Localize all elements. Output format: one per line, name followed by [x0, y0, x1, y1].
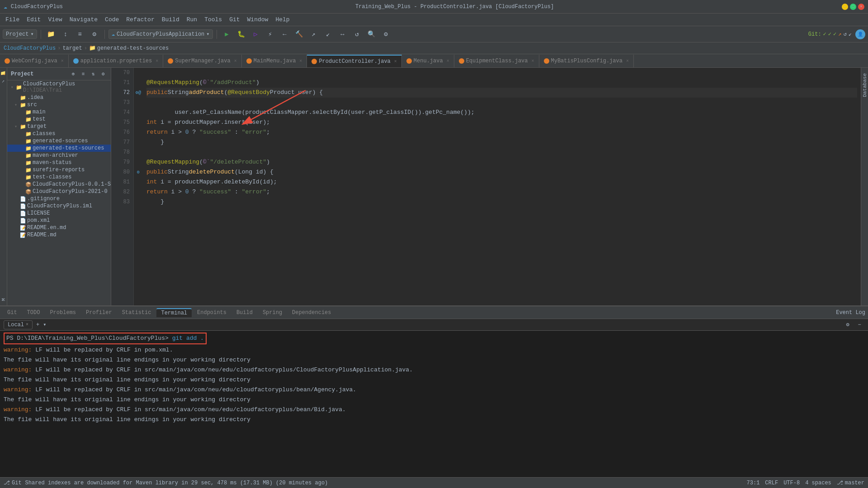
bottom-tab-endpoints[interactable]: Endpoints [193, 309, 231, 317]
charset[interactable]: UTF-8 [783, 480, 800, 486]
tree-item-main[interactable]: 📁main [7, 108, 111, 116]
tab-close-icon[interactable]: × [447, 59, 449, 64]
tab-WebConfig-java[interactable]: WebConfig.java× [0, 55, 69, 67]
close-button[interactable]: × [858, 4, 864, 10]
left-tool-commit[interactable]: ✓ [0, 79, 7, 85]
toolbar-btn-git3[interactable]: ↙ [322, 28, 335, 41]
menu-item-edit[interactable]: Edit [23, 15, 44, 24]
run-config-dropdown[interactable]: ☁ CloudFactoryPlusApplication ▾ [108, 29, 213, 39]
bottom-tab-profiler[interactable]: Profiler [81, 309, 117, 317]
code-line-78[interactable] [146, 147, 857, 157]
toolbar-btn-search[interactable]: 🔍 [365, 28, 378, 41]
tree-item-generated-test-sources[interactable]: 📁generated-test-sources [7, 145, 111, 152]
code-line-82[interactable]: return i > 0 ? "success" : "error"; [146, 187, 857, 197]
menu-item-navigate[interactable]: Navigate [66, 15, 101, 24]
breadcrumb-root[interactable]: CloudFactoryPlus [4, 45, 56, 52]
tree-item-classes[interactable]: 📁classes [7, 130, 111, 137]
minimize-button[interactable]: − [842, 4, 848, 10]
toolbar-btn-collapse[interactable]: ≡ [74, 28, 86, 41]
event-log-btn[interactable]: Event Log [836, 310, 865, 316]
toolbar-btn-settings[interactable]: ⚙ [88, 28, 101, 41]
tab-close-icon[interactable]: × [61, 59, 64, 64]
code-line-81[interactable]: int i = productMapper.deleteById(id); [146, 177, 857, 187]
code-line-80[interactable]: public String deleteProduct(Long id) { [146, 167, 857, 177]
toolbar-btn-build[interactable]: 🔨 [293, 28, 306, 41]
project-btn-4[interactable]: ⚙ [99, 70, 107, 78]
line-ending[interactable]: CRLF [765, 480, 778, 486]
tree-item-cf-2021[interactable]: 📦CloudFactoryPlus-2021-0 [7, 188, 111, 195]
tree-item-license[interactable]: 📄LICENSE [7, 210, 111, 217]
profile-button[interactable]: ⚡ [264, 28, 277, 41]
tab-close-icon[interactable]: × [531, 59, 534, 64]
tab-close-icon[interactable]: × [234, 59, 237, 64]
bottom-tab-git[interactable]: Git [3, 309, 22, 317]
menu-item-view[interactable]: View [44, 15, 66, 24]
code-content[interactable]: @RequestMapping(©`"/addProduct") public … [143, 68, 861, 305]
tab-close-icon[interactable]: × [156, 59, 158, 64]
git-status-branch[interactable]: ⎇ Git [4, 479, 22, 486]
toolbar-btn-settings2[interactable]: ⚙ [380, 28, 392, 41]
project-btn-1[interactable]: ⊕ [69, 70, 77, 78]
breadcrumb-generated[interactable]: 📁 generated-test-sources [89, 45, 169, 52]
tree-item-pomxml[interactable]: 📄pom.xml [7, 217, 111, 224]
project-btn-3[interactable]: ⇅ [89, 70, 97, 78]
tree-item-maven-archiver[interactable]: 📁maven-archiver [7, 152, 111, 159]
menu-item-window[interactable]: Window [244, 15, 272, 24]
tab-close-icon[interactable]: × [299, 59, 302, 64]
tree-item-cfml[interactable]: 📄CloudFactoryPlus.iml [7, 202, 111, 210]
tree-item-idea[interactable]: 📁.idea [7, 94, 111, 101]
code-line-75[interactable]: int i = productMapper.insert(user); [146, 117, 857, 127]
terminal-close-icon[interactable]: × [26, 322, 28, 327]
toolbar-btn-sync[interactable]: ↕ [59, 28, 72, 41]
tab-SuperManager-java[interactable]: SuperManager.java× [163, 55, 241, 67]
toolbar-btn-avatar[interactable]: 👤 [855, 29, 865, 39]
bottom-tab-statistic[interactable]: Statistic [118, 309, 156, 317]
tree-item-readme[interactable]: 📝README.md [7, 231, 111, 239]
tab-EquipmentClass-java[interactable]: EquipmentClass.java× [454, 55, 539, 67]
code-line-83[interactable]: } [146, 197, 857, 207]
tab-application-properties[interactable]: application.properties× [69, 55, 163, 67]
menu-item-refactor[interactable]: Refactor [123, 15, 158, 24]
tree-item-src[interactable]: ▾📁src [7, 101, 111, 108]
code-line-77[interactable]: } [146, 137, 857, 147]
tree-item-test[interactable]: 📁test [7, 116, 111, 123]
git-branch-status[interactable]: ⎇ master [837, 479, 864, 486]
gutter-72[interactable]: ⚙@ [134, 88, 143, 98]
code-line-73[interactable] [146, 98, 857, 108]
tree-item-readme-en[interactable]: 📝README.en.md [7, 224, 111, 231]
tree-item-maven-status[interactable]: 📁maven-status [7, 159, 111, 166]
database-label[interactable]: Database [862, 70, 868, 101]
tree-item-surefire-reports[interactable]: 📁surefire-reports [7, 166, 111, 174]
bottom-tab-terminal[interactable]: Terminal [156, 308, 192, 317]
coverage-button[interactable]: ▷ [250, 28, 262, 41]
toolbar-btn-git2[interactable]: ↗ [307, 28, 320, 41]
menu-item-git[interactable]: Git [226, 15, 243, 24]
bottom-tab-build[interactable]: Build [232, 309, 257, 317]
toolbar-btn-open[interactable]: 📁 [45, 28, 57, 41]
toolbar-project-dropdown[interactable]: Project ▾ [3, 29, 37, 39]
tree-root[interactable]: ▾📁CloudFactoryPlus D:\IDEA\Trai [7, 80, 111, 94]
code-line-71[interactable]: @RequestMapping(©`"/addProduct") [146, 78, 857, 88]
gutter-80[interactable]: ⚙ [134, 167, 143, 177]
bottom-tab-spring[interactable]: Spring [258, 309, 287, 317]
menu-item-run[interactable]: Run [183, 15, 201, 24]
project-btn-2[interactable]: ≡ [79, 70, 87, 78]
code-line-79[interactable]: @RequestMapping(©`"/deleteProduct") [146, 157, 857, 167]
terminal-local-tab[interactable]: Local × [4, 320, 33, 329]
code-line-76[interactable]: return i > 0 ? "success" : "error"; [146, 127, 857, 137]
tab-ProductController-java[interactable]: ProductController.java× [307, 55, 401, 67]
tree-item-cf-snapshot[interactable]: 📦CloudFactoryPlus-0.0.1-S [7, 181, 111, 188]
code-line-74[interactable]: user.setP_className(productClassMapper.s… [146, 108, 857, 117]
terminal-prompt-line[interactable]: PS D:\IDEA\Training_Web_Plus\CloudFactor… [4, 333, 864, 344]
bottom-tab-todo[interactable]: TODO [23, 309, 45, 317]
tab-close-icon[interactable]: × [394, 59, 397, 64]
menu-item-file[interactable]: File [2, 15, 23, 24]
breadcrumb-target[interactable]: target [62, 45, 82, 52]
code-line-72[interactable]: public String addProduct(@RequestBody Pr… [146, 88, 857, 98]
toolbar-btn-git4[interactable]: ↔ [336, 28, 349, 41]
cursor-position[interactable]: 73:1 [747, 480, 760, 486]
terminal-dropdown-btn[interactable]: ▾ [43, 321, 46, 328]
tab-MainMenu-java[interactable]: MainMenu.java× [242, 55, 307, 67]
tab-close-icon[interactable]: × [626, 59, 629, 64]
menu-item-tools[interactable]: Tools [201, 15, 226, 24]
